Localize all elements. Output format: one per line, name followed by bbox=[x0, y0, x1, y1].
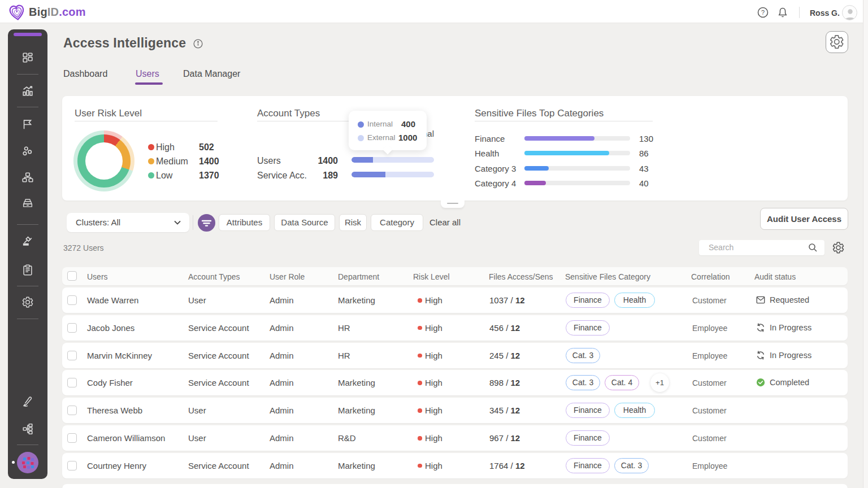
svg-text:?: ? bbox=[761, 9, 765, 16]
